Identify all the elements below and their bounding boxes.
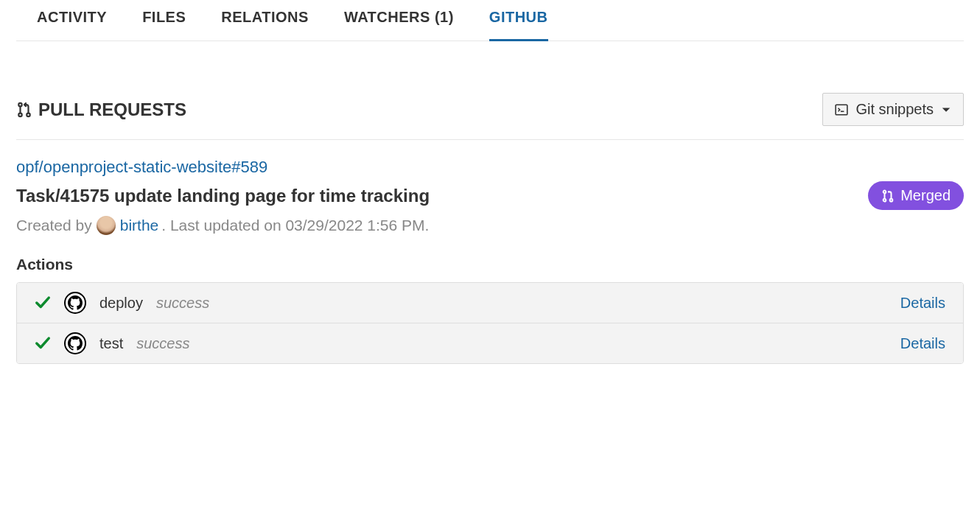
action-name: test	[99, 335, 123, 352]
action-row: test success Details	[17, 323, 963, 363]
check-icon	[35, 335, 51, 351]
svg-point-0	[18, 102, 21, 105]
actions-list: deploy success Details test success Deta…	[16, 282, 964, 364]
tab-github[interactable]: GITHUB	[489, 0, 548, 41]
chevron-down-icon	[941, 105, 951, 115]
svg-rect-3	[836, 105, 848, 115]
details-link[interactable]: Details	[900, 335, 945, 352]
tabs-bar: ACTIVITY FILES RELATIONS WATCHERS (1) GI…	[16, 0, 964, 41]
action-status: success	[136, 335, 189, 352]
terminal-icon	[835, 103, 848, 116]
action-status: success	[156, 295, 209, 312]
updated-suffix: . Last updated on 03/29/2022 1:56 PM.	[161, 217, 429, 234]
svg-point-6	[890, 198, 893, 201]
pr-title: Task/41575 update landing page for time …	[16, 186, 430, 206]
merged-badge: Merged	[868, 181, 964, 210]
action-name: deploy	[99, 295, 143, 312]
author-link[interactable]: birthe	[120, 217, 159, 234]
github-icon	[64, 332, 86, 354]
merged-label: Merged	[900, 187, 951, 204]
pull-request-icon	[16, 102, 32, 118]
actions-heading: Actions	[16, 256, 964, 273]
details-link[interactable]: Details	[900, 295, 945, 312]
svg-point-4	[883, 190, 886, 193]
merge-icon	[881, 189, 895, 203]
tab-activity[interactable]: ACTIVITY	[37, 0, 107, 41]
svg-point-5	[883, 198, 886, 201]
github-icon	[64, 292, 86, 314]
pr-meta: Created by birthe. Last updated on 03/29…	[16, 216, 964, 235]
check-icon	[35, 295, 51, 311]
svg-point-2	[27, 113, 29, 116]
section-title: PULL REQUESTS	[16, 99, 186, 120]
git-snippets-label: Git snippets	[855, 101, 934, 118]
tab-watchers[interactable]: WATCHERS (1)	[344, 0, 454, 41]
tab-files[interactable]: FILES	[142, 0, 186, 41]
tab-relations[interactable]: RELATIONS	[221, 0, 309, 41]
pr-repo-link[interactable]: opf/openproject-static-website#589	[16, 158, 267, 177]
section-title-text: PULL REQUESTS	[38, 99, 186, 120]
action-row: deploy success Details	[17, 283, 963, 323]
git-snippets-dropdown[interactable]: Git snippets	[822, 93, 964, 126]
svg-point-1	[18, 113, 21, 116]
avatar	[97, 216, 116, 235]
created-by-prefix: Created by	[16, 217, 92, 234]
